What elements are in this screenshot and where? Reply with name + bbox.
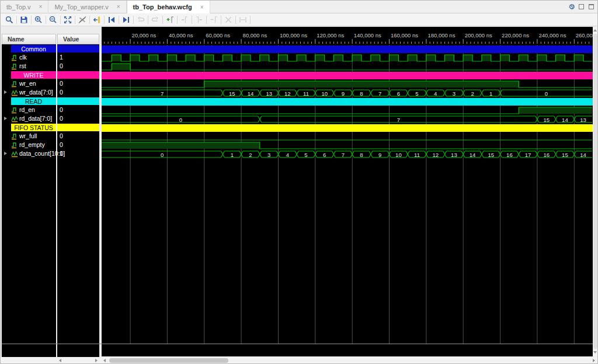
zoom-in-button[interactable] [32, 15, 45, 25]
svg-text:15: 15 [562, 152, 568, 158]
svg-text:9: 9 [342, 90, 345, 97]
zoom-fit-button[interactable] [61, 15, 74, 25]
bit-signal-icon [11, 133, 18, 140]
waveform-canvas[interactable]: 20,000 ns40,000 ns60,000 ns80,000 ns100,… [102, 27, 593, 356]
wave-hscroll-right-icon[interactable] [593, 359, 595, 362]
signal-row-wr_full[interactable]: wr_full0 [2, 132, 100, 141]
svg-text:7: 7 [161, 90, 164, 97]
tab-tb_Top_behav.wcfg[interactable]: tb_Top_behav.wcfg× [127, 1, 210, 13]
divider-row-FIFO STATUS[interactable]: FIFO STATUS [2, 123, 100, 132]
tab-close-icon[interactable]: × [117, 4, 120, 10]
zoom-out-button[interactable] [47, 15, 60, 25]
svg-text:5: 5 [304, 152, 307, 158]
bottom-scrollbar-area [1, 357, 598, 364]
expander-icon[interactable] [4, 117, 7, 120]
svg-text:60,000 ns: 60,000 ns [206, 32, 230, 38]
zoom-out-icon [48, 15, 58, 24]
signal-value-label: 0 [60, 115, 63, 122]
signal-row-clk[interactable]: clk1 [2, 53, 100, 62]
toolbar-separator [148, 16, 148, 24]
divider-row-READ[interactable]: READ [2, 97, 100, 106]
next-marker-button[interactable] [193, 15, 206, 25]
undo-zoom-icon [136, 15, 145, 24]
signal-name-label: wr_en [19, 80, 36, 87]
divider-label-bar: FIFO STATUS [11, 124, 56, 131]
svg-text:4: 4 [434, 90, 437, 97]
signal-row-rd_data[7:0][interactable]: rd_data[7:0]0 [2, 114, 100, 123]
toolbar-separator [75, 16, 75, 24]
svg-text:2: 2 [471, 90, 474, 97]
remove-marker-icon [209, 15, 218, 24]
signal-value-label: 0 [60, 80, 63, 87]
svg-text:240,000 ns: 240,000 ns [538, 32, 566, 38]
svg-text:140,000 ns: 140,000 ns [354, 32, 381, 38]
signal-name-label: wr_data[7:0] [19, 89, 53, 96]
save-waveform-button[interactable] [18, 15, 30, 25]
name-header-label: Name [8, 36, 25, 43]
expander-icon[interactable] [4, 152, 7, 155]
previous-marker-button[interactable] [178, 15, 191, 25]
gear-icon[interactable]: ⚙ [568, 2, 575, 12]
toolbar-separator [16, 16, 17, 24]
redo-zoom-button[interactable] [149, 15, 162, 25]
name-column-header[interactable]: Name [2, 34, 56, 44]
svg-text:13: 13 [451, 152, 457, 158]
signal-row-rd_en[interactable]: rd_en0 [2, 106, 100, 114]
signal-row-wr_en[interactable]: wr_en0 [2, 79, 100, 88]
svg-text:40,000 ns: 40,000 ns [169, 32, 193, 38]
names-hscroll-right-icon[interactable] [95, 359, 98, 362]
svg-text:13: 13 [266, 90, 272, 97]
svg-text:15: 15 [488, 152, 494, 158]
toolbar-separator [177, 16, 178, 24]
tab-close-icon[interactable]: × [200, 4, 204, 10]
wave-vscroll-thumb[interactable] [593, 34, 597, 349]
svg-text:3: 3 [267, 152, 270, 158]
divider-row-Common[interactable]: Common [2, 44, 100, 53]
bit-signal-icon [11, 80, 18, 88]
svg-text:14: 14 [470, 152, 476, 158]
zoom-to-cursor-button[interactable] [76, 15, 89, 25]
next-marker-icon [194, 15, 204, 24]
svg-text:16: 16 [506, 152, 513, 158]
float-icon[interactable] [589, 4, 594, 9]
go-to-time-start-icon [107, 15, 116, 24]
tab-My_Top_wrapper.v[interactable]: My_Top_wrapper.v× [48, 1, 126, 13]
svg-text:260,000 ns: 260,000 ns [576, 32, 593, 38]
add-marker-button[interactable] [164, 15, 176, 25]
signal-row-data_count[10:0][interactable]: data_count[10:0]1 [2, 149, 100, 158]
svg-text:1: 1 [489, 90, 492, 97]
previous-transition-button[interactable] [91, 15, 103, 25]
remove-marker-button[interactable] [207, 15, 220, 25]
toolbar-separator [133, 16, 134, 24]
swap-cursors-button[interactable] [237, 15, 249, 25]
maximize-icon[interactable] [579, 4, 584, 9]
signal-row-rd_empty[interactable]: rd_empty0 [2, 141, 100, 149]
tab-close-icon[interactable]: × [39, 4, 43, 10]
svg-text:7: 7 [342, 152, 345, 158]
wave-hscroll-left-icon[interactable] [103, 359, 106, 362]
wave-vscroll[interactable] [593, 27, 598, 356]
tab-tb_Top.v[interactable]: tb_Top.v× [1, 1, 48, 13]
divider-label-bar: READ [11, 97, 56, 105]
svg-text:120,000 ns: 120,000 ns [317, 32, 344, 38]
go-to-time-start-button[interactable] [105, 15, 118, 25]
bit-signal-icon [11, 107, 18, 114]
signal-row-wr_data[7:0][interactable]: wr_data[7:0]0 [2, 88, 100, 97]
vscroll-down-icon[interactable] [593, 351, 597, 354]
find-button[interactable] [3, 15, 16, 25]
zoom-fit-icon [63, 15, 72, 24]
names-hscroll-left-icon[interactable] [59, 359, 61, 362]
wave-hscroll-thumb[interactable] [109, 358, 228, 363]
tab-bar: tb_Top.v×My_Top_wrapper.v×tb_Top_behav.w… [1, 1, 598, 13]
go-to-time-end-button[interactable] [120, 15, 133, 25]
signal-row-rst[interactable]: rst0 [2, 62, 100, 71]
vscroll-up-icon[interactable] [593, 29, 597, 32]
value-column-header[interactable]: Value [57, 34, 99, 44]
bit-signal-icon [11, 142, 18, 149]
divider-row-WRITE[interactable]: WRITE [2, 71, 100, 79]
expander-icon[interactable] [4, 90, 7, 94]
undo-zoom-button[interactable] [134, 15, 147, 25]
svg-text:7: 7 [397, 117, 400, 123]
delete-all-markers-button[interactable] [222, 15, 235, 25]
svg-text:6: 6 [323, 152, 326, 158]
